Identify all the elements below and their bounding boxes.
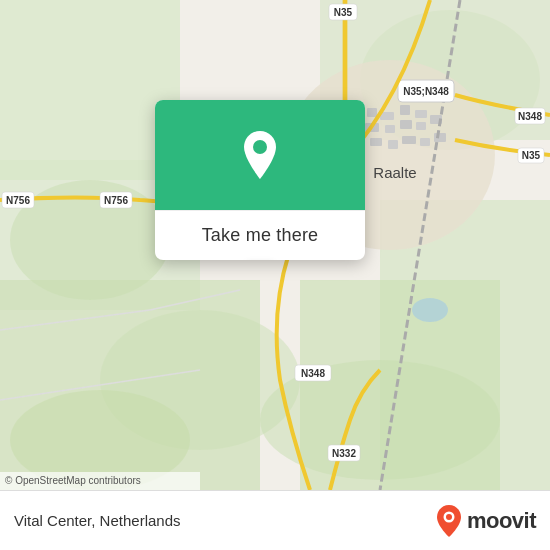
location-pin-icon: [238, 129, 282, 181]
svg-text:N332: N332: [332, 448, 356, 459]
svg-text:N756: N756: [104, 195, 128, 206]
svg-rect-26: [388, 140, 398, 149]
take-me-there-button[interactable]: Take me there: [202, 225, 319, 246]
svg-rect-17: [415, 110, 427, 118]
moovit-text: moovit: [467, 508, 536, 534]
moovit-logo: moovit: [435, 504, 536, 538]
location-popup: Take me there: [155, 100, 365, 260]
svg-rect-27: [402, 136, 416, 144]
bottom-bar: Vital Center, Netherlands moovit: [0, 490, 550, 550]
svg-rect-1: [0, 0, 180, 180]
svg-point-61: [446, 514, 452, 520]
svg-text:N35;N348: N35;N348: [403, 86, 449, 97]
svg-text:N348: N348: [301, 368, 325, 379]
popup-header: [155, 100, 365, 210]
svg-text:© OpenStreetMap contributors: © OpenStreetMap contributors: [5, 475, 141, 486]
svg-rect-25: [370, 138, 382, 146]
svg-point-59: [253, 140, 267, 154]
svg-rect-21: [400, 120, 412, 129]
svg-text:N348: N348: [518, 111, 542, 122]
moovit-pin-icon: [435, 504, 463, 538]
svg-point-52: [412, 298, 448, 322]
svg-text:N756: N756: [6, 195, 30, 206]
svg-rect-29: [434, 133, 446, 142]
svg-rect-28: [420, 138, 430, 146]
svg-rect-16: [400, 105, 410, 115]
svg-text:Raalte: Raalte: [373, 164, 416, 181]
svg-text:N35: N35: [522, 150, 541, 161]
map-container: N35;N348 N348 N35 N756 N756 N348 N348 N3…: [0, 0, 550, 490]
svg-rect-14: [367, 108, 377, 117]
svg-rect-22: [416, 122, 426, 130]
svg-text:N35: N35: [334, 7, 353, 18]
location-title: Vital Center, Netherlands: [14, 512, 181, 529]
popup-button-area[interactable]: Take me there: [155, 210, 365, 260]
svg-rect-20: [385, 125, 395, 133]
